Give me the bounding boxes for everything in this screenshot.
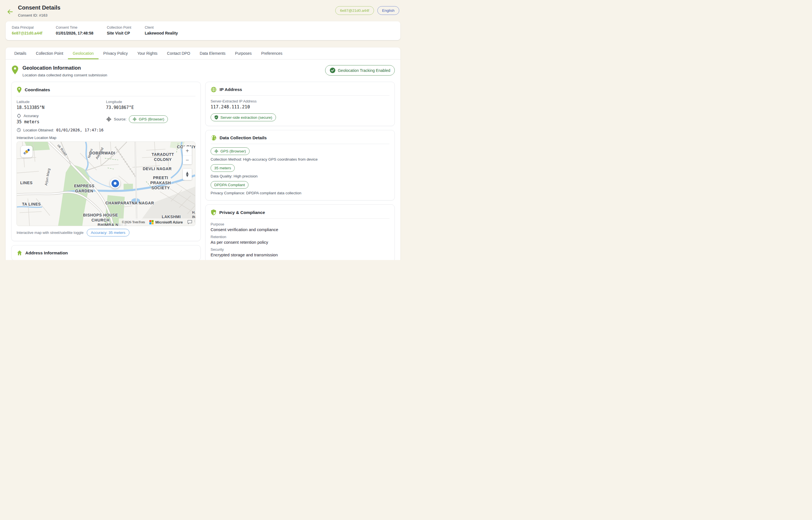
tab-data-elements[interactable]: Data Elements (195, 48, 230, 59)
card-title: Data Collection Details (219, 135, 267, 140)
map-pin-icon (11, 65, 19, 75)
tab-your-rights[interactable]: Your Rights (133, 48, 162, 59)
location-marker (110, 178, 120, 188)
map-caption: Interactive map with street/satellite to… (17, 231, 83, 235)
purpose-label: Purpose (211, 222, 389, 226)
retention-label: Retention (211, 235, 389, 239)
shield-icon (211, 209, 216, 216)
source-badge: GPS (Browser) (129, 115, 168, 123)
clock-icon (17, 128, 21, 132)
coordinates-card: Coordinates Latitude 18.513385°N Longitu… (11, 82, 201, 241)
ip-address-card: IP Address Server-Extracted IP Address 1… (205, 82, 395, 126)
consent-summary-bar: Data Principal 6e87@21d0.a44f Consent Ti… (6, 21, 400, 40)
latitude-value: 18.513385°N (17, 105, 106, 110)
page-title: Consent Details (18, 4, 60, 11)
security-value: Encrypted storage and transmission (211, 253, 389, 257)
globe-filled-icon (211, 135, 217, 141)
address-card: Address Information (11, 245, 201, 260)
consent-time-value: 01/01/2026, 17:48:58 (56, 31, 94, 35)
card-title: IP Address (219, 87, 242, 92)
obtained-value: 01/01/2026, 17:47:16 (56, 128, 104, 132)
map-pin-icon (17, 86, 22, 93)
dpdpa-compliant-badge: DPDPA Compliant (211, 181, 248, 189)
data-principal-value: 6e87@21d0.a44f (12, 31, 43, 35)
card-title: Address Information (25, 251, 68, 256)
accuracy-meters-badge: 35 meters (211, 164, 235, 172)
back-button[interactable] (7, 7, 14, 18)
map-attribution: ©2026 TomTom Microsoft Azure (119, 218, 195, 226)
satellite-icon (23, 148, 31, 156)
accuracy-icon (17, 113, 21, 118)
main-panel: Details Collection Point Geolocation Pri… (6, 48, 400, 260)
principal-badge: 6e87@21d0.a44f (335, 6, 374, 15)
tab-geolocation[interactable]: Geolocation (68, 48, 99, 59)
gps-browser-badge: GPS (Browser) (211, 148, 250, 155)
source-label: Source: (114, 117, 127, 121)
collection-method-text: Collection Method: High-accuracy GPS coo… (211, 157, 389, 161)
globe-icon (211, 86, 217, 93)
data-collection-card: Data Collection Details GPS (Browser) Co… (205, 130, 395, 201)
home-icon (17, 250, 23, 256)
shield-icon (214, 115, 218, 120)
interactive-map[interactable]: COLONY DOBERWADI TARADUTT COLONY DEVLI N… (17, 141, 195, 226)
field-collection-point: Collection Point Site Visit CP (107, 26, 131, 35)
retention-value: As per consent retention policy (211, 240, 389, 244)
satellite-toggle-button[interactable] (21, 146, 32, 157)
geo-tracking-status-badge: Geolocation Tracking Enabled (325, 65, 395, 76)
map-canvas (17, 142, 195, 226)
feedback-bubble-icon[interactable] (187, 220, 192, 224)
gps-target-icon (133, 117, 137, 121)
tab-privacy-policy[interactable]: Privacy Policy (99, 48, 133, 59)
back-arrow-icon (7, 8, 14, 15)
client-value: Lakewood Reality (145, 31, 178, 35)
latitude-label: Latitude (17, 100, 106, 104)
field-client: Client Lakewood Reality (145, 26, 178, 35)
longitude-value: 73.901867°E (106, 105, 196, 110)
field-consent-time: Consent Time 01/01/2026, 17:48:58 (56, 26, 94, 35)
collection-point-value: Site Visit CP (107, 31, 131, 35)
map-zoom-out-button[interactable]: − (183, 155, 192, 164)
accuracy-value: 35 meters (17, 119, 106, 124)
page-header: Consent Details Consent ID: #163 6e87@21… (0, 0, 406, 21)
azure-attribution: Microsoft Azure (149, 220, 183, 224)
card-title: Coordinates (25, 87, 50, 93)
security-label: Security (211, 248, 389, 252)
map-zoom-in-button[interactable]: + (183, 146, 192, 155)
section-subtitle: Location data collected during consent s… (23, 73, 107, 77)
consent-id: Consent ID: #163 (18, 13, 60, 18)
tab-collection-point[interactable]: Collection Point (31, 48, 68, 59)
accuracy-badge: Accuracy: 35 meters (87, 229, 129, 236)
server-extraction-badge: Server-side extraction (secure) (211, 113, 276, 121)
gps-target-icon (214, 149, 218, 153)
map-compass-button[interactable] (183, 169, 192, 180)
data-quality-text: Data Quality: High precision (211, 174, 389, 178)
tab-purposes[interactable]: Purposes (230, 48, 256, 59)
accuracy-label: Accuracy (24, 114, 38, 118)
map-section-label: Interactive Location Map (17, 136, 195, 140)
tab-contact-dpo[interactable]: Contact DPO (162, 48, 195, 59)
privacy-compliance-card: Privacy & Compliance Purpose Consent ver… (205, 204, 395, 260)
tab-details[interactable]: Details (9, 48, 31, 59)
microsoft-logo-icon (149, 220, 154, 224)
ip-value: 117.248.111.210 (211, 104, 389, 109)
obtained-label: Location Obtained: (23, 128, 54, 132)
card-title: Privacy & Compliance (219, 210, 265, 215)
tomtom-attribution: ©2026 TomTom (122, 220, 145, 224)
check-circle-icon (330, 68, 336, 73)
language-button[interactable]: English (377, 6, 399, 15)
field-data-principal: Data Principal 6e87@21d0.a44f (12, 26, 43, 35)
ip-label: Server-Extracted IP Address (211, 99, 389, 103)
longitude-label: Longitude (106, 100, 196, 104)
tab-preferences[interactable]: Preferences (256, 48, 287, 59)
section-title: Geolocation Information (23, 65, 107, 71)
purpose-value: Consent verification and compliance (211, 227, 389, 232)
gps-target-icon (106, 116, 111, 122)
privacy-compliance-text: Privacy Compliance: DPDPA compliant data… (211, 191, 389, 195)
compass-needle-icon (185, 171, 189, 178)
tab-bar: Details Collection Point Geolocation Pri… (6, 48, 400, 59)
